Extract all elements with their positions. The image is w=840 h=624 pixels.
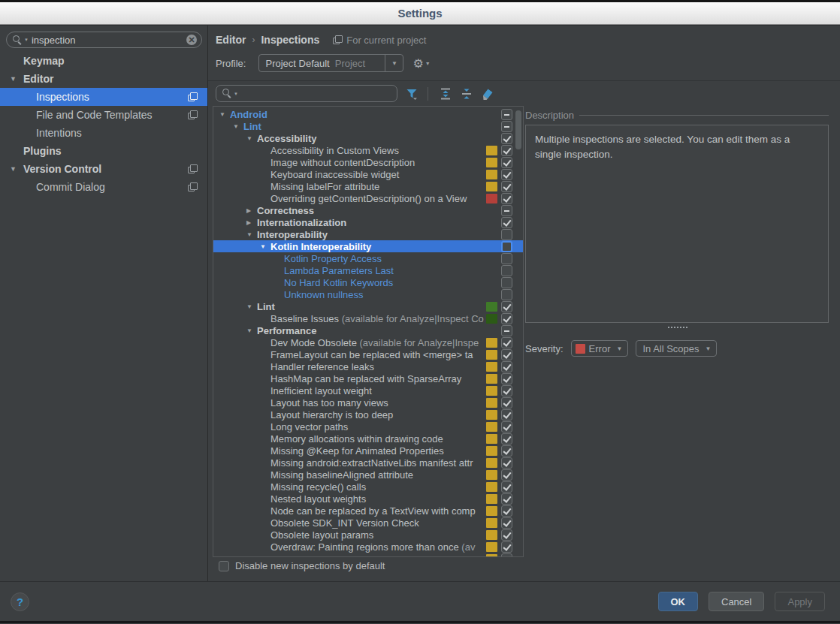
breadcrumb-inspections[interactable]: Inspections <box>261 34 319 46</box>
chevron-down-icon[interactable]: ▼ <box>10 75 17 83</box>
inspection-checkbox[interactable] <box>501 529 512 541</box>
severity-color-square[interactable] <box>486 386 497 396</box>
inspection-checkbox[interactable] <box>501 253 512 264</box>
help-button[interactable]: ? <box>11 592 29 611</box>
inspection-checkbox[interactable] <box>501 265 512 276</box>
inspection-checkbox[interactable] <box>501 517 512 529</box>
inspection-checkbox[interactable] <box>501 457 512 469</box>
inspection-row-nested-layout-weights[interactable]: Nested layout weights <box>213 493 523 505</box>
inspection-checkbox[interactable] <box>501 385 512 396</box>
inspection-checkbox[interactable] <box>501 277 512 288</box>
inspection-checkbox[interactable] <box>501 493 512 505</box>
profile-actions-button[interactable]: ⚙ ▼ <box>412 56 430 71</box>
inspection-row-image-without-contentdescription[interactable]: Image without contentDescription <box>213 156 523 168</box>
settings-search-value[interactable]: inspection <box>32 35 186 46</box>
inspection-checkbox[interactable] <box>501 229 512 240</box>
inspection-row-overriding-getcontentdescription-on-a-view[interactable]: Overriding getContentDescription() on a … <box>213 192 523 204</box>
inspection-checkbox[interactable] <box>501 157 512 168</box>
inspection-row-lambda-parameters-last[interactable]: Lambda Parameters Last <box>213 264 523 276</box>
inspection-row-framelayout-can-be-replaced-with-merge-ta[interactable]: FrameLayout can be replaced with <merge>… <box>213 348 523 360</box>
chevron-down-icon[interactable]: ▼ <box>246 231 257 238</box>
inspection-row-dev-mode-obsolete[interactable]: Dev Mode Obsolete (available for Analyze… <box>213 336 523 348</box>
sidebar-item-intentions[interactable]: Intentions <box>0 124 207 142</box>
chevron-down-icon[interactable]: ▼ <box>260 243 270 250</box>
cancel-button[interactable]: Cancel <box>709 592 764 611</box>
inspection-row-overdraw-painting-regions-more-than-once[interactable]: Overdraw: Painting regions more than onc… <box>213 541 523 553</box>
inspection-checkbox[interactable] <box>501 337 512 348</box>
severity-color-square[interactable] <box>486 518 497 528</box>
sidebar-item-commit-dialog[interactable]: Commit Dialog <box>0 178 207 196</box>
chevron-down-icon[interactable]: ▼ <box>234 92 238 96</box>
severity-color-square[interactable] <box>486 506 497 516</box>
severity-color-square[interactable] <box>486 422 497 432</box>
inspection-checkbox[interactable] <box>501 289 512 300</box>
inspection-checkbox[interactable] <box>501 421 512 433</box>
inspection-row-layout-has-too-many-views[interactable]: Layout has too many views <box>213 396 523 408</box>
inspection-checkbox[interactable] <box>501 541 512 553</box>
severity-color-square[interactable] <box>486 482 497 492</box>
severity-color-square[interactable] <box>486 146 497 155</box>
inspection-row-lint[interactable]: ▼Lint <box>213 120 523 132</box>
inspection-checkbox[interactable] <box>501 217 512 228</box>
severity-color-square[interactable] <box>486 170 497 179</box>
inspection-row-kotlin-interoperability[interactable]: ▼Kotlin Interoperability <box>213 240 523 252</box>
inspection-checkbox[interactable] <box>501 469 512 481</box>
inspection-checkbox[interactable] <box>501 397 512 408</box>
inspection-row-accessibility[interactable]: ▼Accessibility <box>213 132 523 144</box>
sidebar-item-inspections[interactable]: Inspections <box>0 88 207 106</box>
tree-scrollbar[interactable] <box>515 110 521 149</box>
clear-search-icon[interactable]: ✕ <box>186 35 197 45</box>
inspection-checkbox[interactable] <box>501 181 512 192</box>
inspection-checkbox[interactable] <box>501 193 512 204</box>
sidebar-item-editor[interactable]: ▼Editor <box>0 70 207 88</box>
collapse-all-icon[interactable] <box>460 87 473 101</box>
inspection-row-no-hard-kotlin-keywords[interactable]: No Hard Kotlin Keywords <box>213 276 523 288</box>
title-bar[interactable]: Settings <box>0 2 840 25</box>
sidebar-item-version-control[interactable]: ▼Version Control <box>0 160 207 178</box>
disable-new-inspections-checkbox[interactable] <box>219 561 229 571</box>
severity-color-square[interactable] <box>486 362 497 372</box>
severity-color-square[interactable] <box>486 530 497 540</box>
inspection-row-row[interactable] <box>213 553 523 557</box>
expand-all-icon[interactable] <box>439 87 452 101</box>
severity-color-square[interactable] <box>486 398 497 408</box>
inspection-row-performance[interactable]: ▼Performance <box>213 324 523 336</box>
severity-color-square[interactable] <box>486 350 497 360</box>
severity-color-square[interactable] <box>486 314 497 324</box>
chevron-down-icon[interactable]: ▼ <box>246 135 257 142</box>
inspection-checkbox[interactable] <box>501 433 512 445</box>
severity-color-square[interactable] <box>486 158 497 167</box>
chevron-down-icon[interactable]: ▼ <box>233 123 243 130</box>
inspection-row-unknown-nullness[interactable]: Unknown nullness <box>213 288 523 300</box>
inspection-row-android[interactable]: ▼Android <box>213 108 523 120</box>
inspection-row-obsolete-sdk-int-version-check[interactable]: Obsolete SDK_INT Version Check <box>213 517 523 529</box>
inspection-checkbox[interactable] <box>501 349 512 360</box>
severity-color-square[interactable] <box>486 338 497 348</box>
inspection-checkbox[interactable] <box>501 553 512 558</box>
chevron-down-icon[interactable]: ▼ <box>246 303 257 310</box>
severity-color-square[interactable] <box>486 494 497 504</box>
inspection-checkbox[interactable] <box>501 313 512 324</box>
inspection-row-kotlin-property-access[interactable]: Kotlin Property Access <box>213 252 523 264</box>
severity-color-square[interactable] <box>486 410 497 420</box>
inspection-checkbox[interactable] <box>501 409 512 421</box>
inspection-checkbox[interactable] <box>501 205 512 216</box>
chevron-down-icon[interactable]: ▼ <box>246 327 257 334</box>
chevron-right-icon[interactable]: ▶ <box>246 207 257 214</box>
sidebar-item-file-and-code-templates[interactable]: File and Code Templates <box>0 106 207 124</box>
inspection-checkbox[interactable] <box>501 133 512 144</box>
severity-color-square[interactable] <box>486 542 497 552</box>
inspection-row-layout-hierarchy-is-too-deep[interactable]: Layout hierarchy is too deep <box>213 408 523 421</box>
chevron-down-icon[interactable]: ▼ <box>385 55 403 71</box>
inspection-checkbox[interactable] <box>501 325 512 336</box>
inspection-row-missing-recycle-calls[interactable]: Missing recycle() calls <box>213 481 523 493</box>
settings-search-field[interactable]: ▼ inspection ✕ <box>6 32 202 48</box>
filter-icon[interactable] <box>405 87 418 101</box>
inspection-checkbox[interactable] <box>501 169 512 180</box>
severity-color-square[interactable] <box>486 554 497 558</box>
inspection-checkbox[interactable] <box>501 373 512 384</box>
inspection-row-internationalization[interactable]: ▶Internationalization <box>213 216 523 228</box>
ok-button[interactable]: OK <box>658 592 699 611</box>
inspection-row-memory-allocations-within-drawing-code[interactable]: Memory allocations within drawing code <box>213 433 523 445</box>
inspection-row-missing-baselinealigned-attribute[interactable]: Missing baselineAligned attribute <box>213 469 523 481</box>
